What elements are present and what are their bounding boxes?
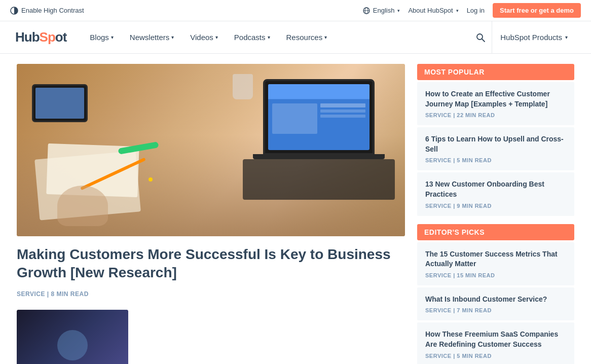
most-popular-section: Most Popular How to Create an Effective … [417,64,574,216]
sidebar: Most Popular How to Create an Effective … [417,64,574,364]
editors-pick-meta-2: SERVICE | 7 MIN READ [425,307,566,313]
chevron-down-icon: ▾ [215,34,218,40]
nav-videos[interactable]: Videos ▾ [182,21,226,54]
search-icon [475,32,486,43]
chevron-down-icon: ▾ [111,34,114,40]
most-popular-meta-3: SERVICE | 9 MIN READ [425,203,566,209]
svg-line-5 [482,39,485,42]
article-title: Making Customers More Successful Is Key … [17,245,405,282]
editors-pick-title-2: What Is Inbound Customer Service? [425,295,566,305]
most-popular-title-1: How to Create an Effective Customer Jour… [425,89,566,109]
chevron-down-icon: ▾ [324,34,327,40]
nav-resources[interactable]: Resources ▾ [278,21,336,54]
nav-items: Blogs ▾ Newsletters ▾ Videos ▾ Podcasts … [82,21,335,54]
most-popular-item-2[interactable]: 6 Tips to Learn How to Upsell and Cross-… [417,127,574,170]
editors-pick-item-2[interactable]: What Is Inbound Customer Service? SERVIC… [417,287,574,321]
language-selector[interactable]: English ▾ [363,7,400,14]
contrast-label: Enable High Contrast [21,7,84,14]
nav-blogs[interactable]: Blogs ▾ [82,21,122,54]
contrast-icon [10,7,18,15]
logo[interactable]: HubSpot [15,29,66,45]
most-popular-meta-1: SERVICE | 22 MIN READ [425,112,566,118]
nav-newsletters[interactable]: Newsletters ▾ [122,21,182,54]
editors-picks-section: Editor's Picks The 15 Customer Success M… [417,224,574,364]
editors-picks-heading: Editor's Picks [417,224,574,240]
editors-pick-meta-3: SERVICE | 5 MIN READ [425,353,566,359]
second-article-preview[interactable] [17,310,405,364]
login-link[interactable]: Log in [467,7,485,14]
editors-pick-meta-1: SERVICE | 15 MIN READ [425,272,566,278]
chevron-down-icon: ▾ [268,34,270,40]
top-bar: Enable High Contrast English ▾ About Hub… [0,0,591,21]
most-popular-item-3[interactable]: 13 New Customer Onboarding Best Practice… [417,172,574,215]
second-article-image [17,310,128,364]
article-hero-image [17,64,405,236]
content-area: Making Customers More Successful Is Key … [7,54,584,364]
hubspot-products-menu[interactable]: HubSpot Products ▾ [492,21,576,54]
editors-pick-title-3: How These Freemium SaaS Companies Are Re… [425,330,566,349]
about-chevron: ▾ [456,8,459,13]
language-chevron: ▾ [397,8,400,13]
main-nav: HubSpot Blogs ▾ Newsletters ▾ Videos ▾ P… [0,21,591,54]
article-meta: SERVICE | 8 MIN READ [17,290,405,298]
most-popular-meta-2: SERVICE | 5 MIN READ [425,157,566,163]
language-label: English [373,7,395,14]
svg-point-4 [477,34,483,40]
search-button[interactable] [469,32,492,43]
most-popular-item-1[interactable]: How to Create an Effective Customer Jour… [417,82,574,125]
high-contrast-toggle[interactable]: Enable High Contrast [10,7,84,15]
chevron-down-icon: ▾ [171,34,174,40]
editors-pick-title-1: The 15 Customer Success Metrics That Act… [425,249,566,269]
globe-icon [363,7,370,14]
most-popular-title-3: 13 New Customer Onboarding Best Practice… [425,179,566,199]
editors-pick-item-1[interactable]: The 15 Customer Success Metrics That Act… [417,242,574,285]
editors-pick-item-3[interactable]: How These Freemium SaaS Companies Are Re… [417,322,574,364]
nav-podcasts[interactable]: Podcasts ▾ [226,21,278,54]
about-label: About HubSpot [408,7,453,14]
chevron-down-icon: ▾ [565,34,568,40]
most-popular-heading: Most Popular [417,64,574,80]
main-article: Making Customers More Successful Is Key … [17,64,405,364]
most-popular-title-2: 6 Tips to Learn How to Upsell and Cross-… [425,134,566,154]
start-cta-button[interactable]: Start free or get a demo [493,3,581,18]
about-hubspot-menu[interactable]: About HubSpot ▾ [408,7,458,14]
